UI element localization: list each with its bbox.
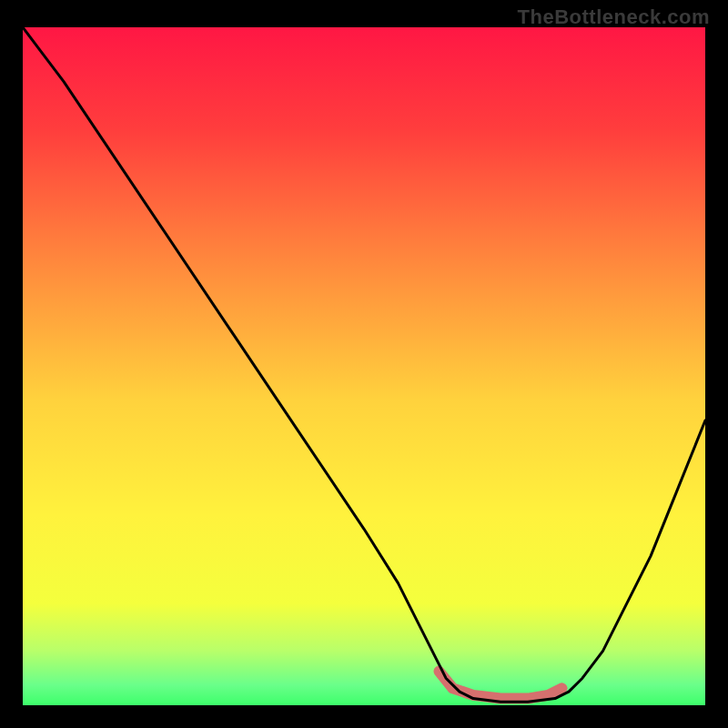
curve-layer [23, 27, 705, 705]
watermark-text: TheBottleneck.com [518, 5, 710, 29]
highlight-band [440, 672, 562, 699]
bottleneck-curve [23, 27, 705, 702]
chart-container: TheBottleneck.com [0, 0, 728, 728]
plot-area [23, 27, 705, 705]
